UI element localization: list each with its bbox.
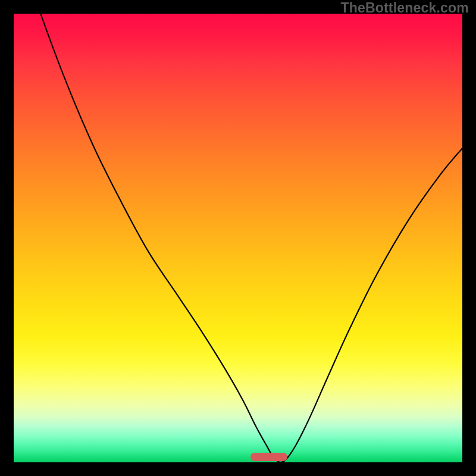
plot-area xyxy=(14,14,462,462)
bottleneck-curve xyxy=(14,14,462,462)
curve-path xyxy=(14,14,462,462)
optimal-range-marker xyxy=(250,453,287,461)
watermark-text: TheBottleneck.com xyxy=(340,0,469,16)
chart-frame: TheBottleneck.com xyxy=(0,0,476,476)
